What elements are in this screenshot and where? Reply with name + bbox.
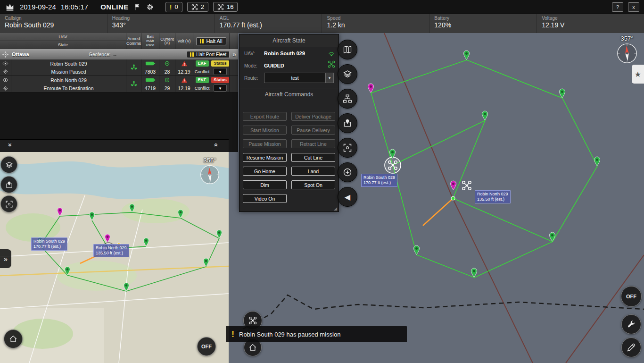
start-pin[interactable] (451, 181, 456, 190)
status-badge[interactable]: Status (211, 77, 229, 83)
tools-button[interactable] (621, 314, 641, 334)
spotlight-off-button-left[interactable]: OFF (197, 337, 216, 356)
road-line (384, 33, 533, 363)
start-pin[interactable] (368, 84, 374, 93)
layers-icon (343, 69, 352, 79)
deliver-package-button[interactable]: Deliver Package (291, 112, 335, 121)
map-view-button[interactable] (338, 40, 357, 59)
camera-dropdown[interactable]: ▾ (214, 84, 227, 92)
annotate-button[interactable] (621, 338, 641, 357)
time-display: 16:05:17 (61, 3, 88, 11)
date-display: 2019-09-24 (20, 3, 56, 11)
fleet-panel: UAV State Armed Comms Batt mAh used Curr… (0, 33, 238, 152)
status-badge[interactable]: Status (211, 60, 229, 67)
current-value: 29 (159, 84, 175, 92)
route-row: Route: test ▾ (239, 72, 339, 84)
start-mission-button[interactable]: Start Mission (243, 126, 287, 135)
geofence-button-left[interactable] (0, 176, 17, 193)
visibility-icon[interactable] (2, 60, 8, 67)
home-button-left[interactable] (4, 329, 23, 348)
resume-mission-button[interactable]: Resume Mission (243, 153, 287, 162)
frame-icon (5, 200, 13, 208)
layers-button[interactable] (338, 64, 357, 84)
header-halt-cell: Halt All (193, 33, 230, 49)
uav-ground-marker (451, 196, 455, 200)
waypoint-pin[interactable] (471, 268, 477, 277)
compass-right[interactable]: 357° (614, 35, 640, 66)
cut-line-button[interactable]: Cut Line (291, 153, 335, 162)
export-route-button[interactable]: Export Route (243, 112, 287, 121)
halt-all-button[interactable]: Halt All (196, 37, 226, 45)
waypoint-pin[interactable] (560, 89, 565, 98)
waypoint-pin[interactable] (414, 245, 420, 254)
collapse-table-icon[interactable]: » (7, 143, 14, 147)
help-button[interactable]: ? (612, 2, 623, 12)
uav-label-north[interactable]: Robin North 029 135.50 ft (est.) (475, 190, 511, 203)
land-button[interactable]: Land (291, 167, 335, 176)
fleet-group-row[interactable]: Ottawa Geofence: -- Halt Port Fleet » (0, 49, 238, 59)
ekf-badge[interactable]: EKF (196, 77, 209, 83)
video-on-button[interactable]: Video On (243, 194, 287, 203)
uav-label-south-left[interactable]: Robin South 029 170.77 ft (est.) (31, 237, 67, 251)
expand-panel-handle[interactable]: » (0, 249, 11, 268)
uav-row: UAV: Robin South 029 (239, 47, 339, 59)
uav-status-icons (328, 50, 335, 68)
telemetry-speed: Speed 1.2 kn (322, 14, 429, 33)
ekf-badge[interactable]: EKF (196, 60, 209, 67)
visibility-icon[interactable] (2, 77, 8, 83)
chevron-left-icon: ◀ (345, 193, 350, 202)
geofence-label: Geofence: (89, 52, 110, 57)
collapse-panel-button[interactable]: ◀ (338, 187, 357, 207)
uav-label-north-left[interactable]: Robin North 029 135.50 ft (est.) (93, 244, 129, 257)
compass-left[interactable]: 356° (197, 157, 223, 187)
spot-on-button[interactable]: Spot On (291, 180, 335, 189)
gps-icon (164, 77, 170, 83)
retract-line-button[interactable]: Retract Line (291, 139, 335, 148)
pause-delivery-button[interactable]: Pause Delivery (291, 126, 335, 135)
geofence-value: -- (113, 52, 116, 57)
close-button[interactable]: x (628, 2, 639, 12)
locate-icon[interactable] (3, 69, 8, 75)
alert-count-badge[interactable]: ! 0 (165, 2, 182, 12)
waypoint-pin[interactable] (594, 157, 600, 166)
plus-circle-icon (343, 168, 352, 177)
notification-toast[interactable]: ! Robin South 029 has paused mission (226, 326, 407, 342)
uav-signal-icon (328, 50, 335, 57)
terrain-map[interactable] (0, 152, 229, 363)
halt-port-fleet-button[interactable]: Halt Port Fleet (187, 51, 230, 58)
favorites-button[interactable]: ★ (632, 65, 644, 84)
route-select[interactable]: test ▾ (264, 73, 334, 83)
layers-button-left[interactable] (0, 156, 17, 173)
uav-count-badge[interactable]: 16 (213, 2, 238, 12)
uav-row-north[interactable]: Robin North 029 Enroute To Destination 4… (0, 76, 238, 93)
uav-label-south[interactable]: Robin South 029 170.77 ft (est.) (361, 174, 397, 187)
waypoint-pin[interactable] (464, 51, 470, 59)
geofence-button[interactable] (338, 113, 357, 133)
resize-handle[interactable]: ◢ (334, 206, 337, 211)
fleet-hierarchy-button[interactable] (338, 89, 357, 109)
uav-row-south[interactable]: Robin South 029 Mission Paused 7803 28 1… (0, 59, 238, 76)
pause-mission-button[interactable]: Pause Mission (243, 139, 287, 148)
waypoint-pin[interactable] (550, 232, 555, 241)
expand-table-icon[interactable]: « (213, 143, 220, 147)
gear-icon[interactable] (146, 3, 154, 11)
telemetry-callsign: Callsign Robin South 029 (0, 14, 107, 33)
expand-columns-icon[interactable]: » (232, 51, 236, 58)
capture-button-left[interactable] (0, 195, 17, 212)
app-logo-icon (5, 2, 15, 12)
spotlight-off-button-right[interactable]: OFF (621, 286, 642, 307)
drone-icon (248, 316, 257, 325)
add-button[interactable] (338, 162, 357, 182)
locate-icon[interactable] (3, 85, 8, 91)
go-home-button[interactable]: Go Home (243, 167, 287, 176)
telemetry-bar: Callsign Robin South 029 Heading 343° AG… (0, 14, 644, 34)
uav-marker-north[interactable] (462, 181, 471, 190)
dim-button[interactable]: Dim (243, 180, 287, 189)
map-icon (343, 45, 352, 54)
capture-button[interactable] (338, 138, 357, 158)
flag-icon[interactable] (133, 3, 141, 11)
waypoint-pin[interactable] (482, 111, 488, 120)
camera-dropdown[interactable]: ▾ (214, 68, 227, 75)
mission-route-path (393, 120, 553, 242)
fleet-count-badge[interactable]: 2 (187, 2, 208, 12)
